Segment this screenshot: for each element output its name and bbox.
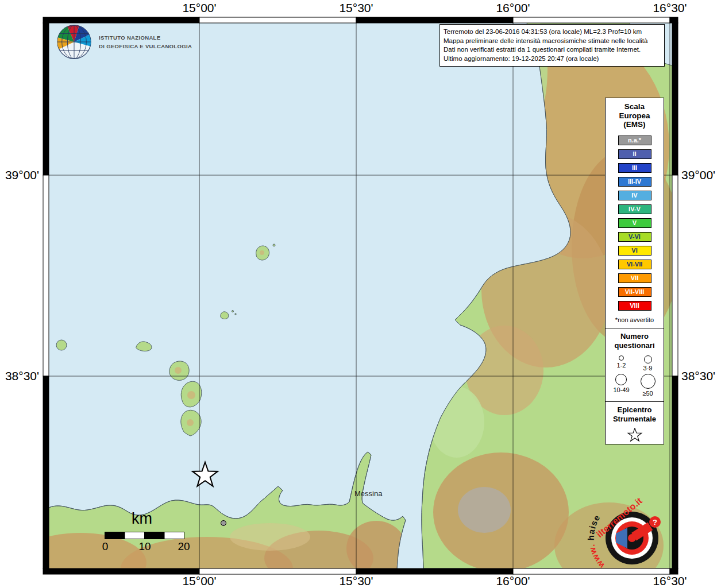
ingv-name-line1: ISTITUTO NAZIONALE <box>99 33 192 42</box>
ingv-name: ISTITUTO NAZIONALE DI GEOFISICA E VULCAN… <box>99 33 192 51</box>
event-info-line1: Terremoto del 23-06-2016 04:31:53 (ora l… <box>444 28 661 37</box>
legend-panel: Scala Europea (EMS) n.a.* II III III-IV … <box>605 98 664 444</box>
lon-label-top-0: 15°00' <box>182 1 216 15</box>
lon-label-top-2: 16°00' <box>496 1 530 15</box>
ingv-logo-block: ISTITUTO NAZIONALE DI GEOFISICA E VULCAN… <box>56 24 192 60</box>
lat-label-left-0: 39°00' <box>0 168 39 182</box>
question-mark: ? <box>653 518 657 527</box>
ems-level-viii: VIII <box>618 301 651 311</box>
ems-level-vii: VII <box>618 273 651 283</box>
lon-label-top-1: 15°30' <box>339 1 373 15</box>
islet <box>232 311 234 312</box>
epicenter-key-title: Epicentro Strumentale <box>613 405 656 424</box>
lon-label-top-3: 16°30' <box>653 1 687 15</box>
islet <box>235 314 236 315</box>
size-circle-xlarge <box>641 374 656 389</box>
intensity-point <box>221 521 226 526</box>
lon-label-bottom-2: 16°00' <box>496 574 530 588</box>
ems-level-iv: IV <box>618 191 651 200</box>
legend-title-line3: (EMS) <box>619 120 650 129</box>
size-key-1-2: 1-2 <box>617 355 626 372</box>
messina-label: Messina <box>354 489 383 498</box>
size-circle-large <box>615 374 627 385</box>
legend-divider <box>606 401 664 402</box>
legend-divider <box>606 328 664 328</box>
island-alicudi <box>56 340 67 350</box>
legend-title: Scala Europea (EMS) <box>619 102 650 129</box>
ems-level-iii-iv: III-IV <box>618 177 651 187</box>
ems-level-vii-viii: VII-VIII <box>618 287 651 297</box>
legend-title-line1: Scala <box>619 102 650 111</box>
ingv-logo <box>56 24 92 60</box>
legend-footnote: *non avvertito <box>615 316 654 323</box>
ems-level-ii: II <box>618 149 651 159</box>
size-key-10-49: 10-49 <box>613 374 629 397</box>
scalebar-tick-20: 20 <box>178 540 190 553</box>
event-info-box: Terremoto del 23-06-2016 04:31:53 (ora l… <box>439 24 665 67</box>
ems-level-na: n.a.* <box>618 136 651 145</box>
epicenter-star-key <box>627 428 643 443</box>
seismic-intensity-map-page: Messina 15°00' 15°30' 16°00' 16°30' 15°0… <box>0 0 721 588</box>
legend-title-line2: Europea <box>619 111 650 121</box>
islet-strombolicchio <box>273 244 275 246</box>
questionnaire-count-title: Numero questionari <box>614 332 654 351</box>
size-key-50plus: ≥50 <box>641 374 656 397</box>
lat-label-right-1: 38°30' <box>681 369 715 383</box>
ems-level-vi: VI <box>618 246 651 256</box>
ems-level-v-vi: V-VI <box>618 232 651 242</box>
event-info-line3: Dati non verificati estratti da 1 questi… <box>444 45 661 55</box>
ingv-name-line2: DI GEOFISICA E VULCANOLOGIA <box>99 42 192 51</box>
ems-level-v: V <box>618 218 651 228</box>
size-key-3-9: 3-9 <box>643 355 653 372</box>
event-info-line2: Mappa preliminare delle intensità macros… <box>444 37 661 46</box>
lon-label-bottom-0: 15°00' <box>182 574 216 588</box>
lat-label-left-1: 38°30' <box>0 369 39 383</box>
lon-label-bottom-1: 15°30' <box>339 574 373 588</box>
event-info-line4: Ultimo aggiornamento: 19-12-2025 20:47 (… <box>444 55 661 64</box>
size-circle-small <box>619 355 624 361</box>
size-circle-medium <box>644 355 652 363</box>
scalebar-tick-0: 0 <box>102 540 109 553</box>
scalebar <box>105 532 185 540</box>
lat-label-right-0: 39°00' <box>681 168 715 182</box>
ems-level-iv-v: IV-V <box>618 204 651 214</box>
ems-level-iii: III <box>618 163 651 173</box>
scalebar-unit: km <box>132 510 152 528</box>
island-panarea <box>221 312 229 319</box>
ems-level-vi-vii: VI-VII <box>618 260 651 269</box>
questionnaire-size-key: 1-2 3-9 10-49 ≥50 <box>608 353 661 397</box>
haisentito-watermark: ? www. haisentito ilterremoto.it <box>579 485 689 584</box>
scalebar-tick-10: 10 <box>138 540 151 553</box>
